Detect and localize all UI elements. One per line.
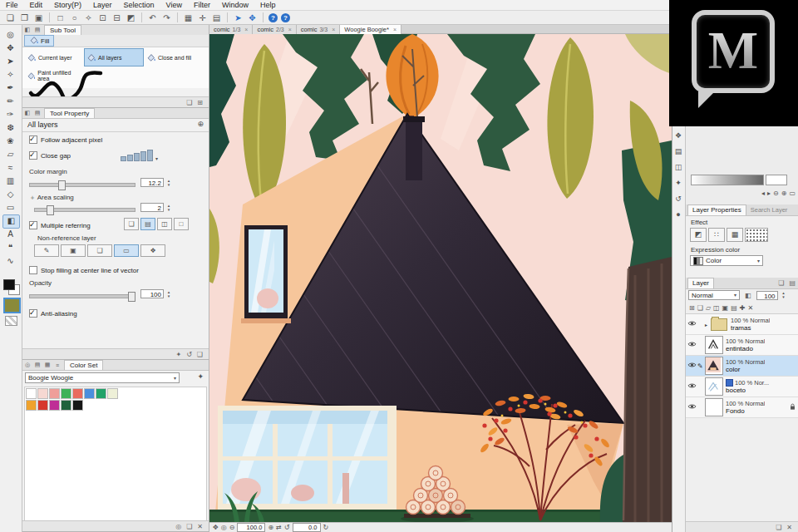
collapsed-palette-icon[interactable]: ↺ [673,194,683,204]
select-wand-icon[interactable]: ✧ [82,12,95,23]
panel-menu-icon[interactable]: ▤ [789,279,796,287]
tab-layer-properties[interactable]: Layer Properties [687,204,746,215]
deselect-icon[interactable]: ⊡ [96,12,109,23]
effect-toggle-button[interactable]: ▦ [727,228,743,242]
toggle-button[interactable]: ▣ [61,244,86,257]
tool-balloon[interactable]: ❝ [2,241,18,254]
option-close-gap[interactable]: Close gap [29,151,71,160]
panel-list-icon[interactable]: ▤ [33,27,42,33]
toggle-button[interactable]: ❏ [124,218,139,230]
color-swatch[interactable] [61,400,71,411]
panel-footer-icon[interactable]: ❏ [186,523,192,530]
toggle-button[interactable]: ❏ [87,244,112,257]
tool-fill[interactable]: ◧ [2,214,20,229]
color-wheel-tab-icon[interactable]: ◎ [23,362,32,368]
tool-figure[interactable]: ◇ [2,188,18,200]
color-set-tab-icon[interactable]: ▦ [43,362,52,368]
color-margin-slider[interactable] [29,183,135,187]
layer-visibility-icon[interactable] [686,382,697,391]
layer-row-tramas[interactable]: ▸100 %Normaltramas [686,314,798,335]
select-ellipse-icon[interactable]: ○ [68,12,81,23]
layer-opacity-value[interactable]: 100 [756,291,778,300]
layer-thumbnail[interactable] [705,398,723,416]
menu-layer[interactable]: Layer [87,1,118,9]
opacity-stepper[interactable]: ▴▾ [165,289,172,299]
panel-footer-icon[interactable]: ✕ [786,524,792,531]
checkbox-checked[interactable] [29,309,37,318]
subtool-item-current-layer[interactable]: Current layer [24,48,84,66]
panel-footer-icon[interactable]: ✦ [175,351,181,358]
color-swatch[interactable] [49,388,60,399]
zoom-icon[interactable]: ◎ [221,524,227,531]
pan-icon[interactable]: ✥ [213,524,219,531]
menu-selection[interactable]: Selection [118,1,160,9]
opacity-value[interactable]: 100 [140,289,164,298]
panel-footer-icon[interactable]: ◎ [175,523,181,530]
color-swatch[interactable] [49,400,60,411]
navigator-icon[interactable]: ◂ [761,190,765,197]
slider-thumb[interactable] [128,292,135,302]
panel-footer-icon[interactable]: ❏ [776,524,781,531]
zoom-value[interactable]: 100.0 [237,523,265,532]
layer-thumbnail[interactable] [705,377,723,396]
subtool-item-close-and-fill[interactable]: Close and fill [144,48,204,66]
menu-edit[interactable]: Edit [24,1,49,9]
undo-icon[interactable]: ↶ [146,12,159,23]
panel-menu-icon[interactable]: ◧ [23,110,32,116]
layer-row-color[interactable]: ✎100 %Normalcolor [686,356,798,377]
layer-row-Fondo[interactable]: 100 %NormalFondo [686,397,798,418]
layer-command-icon[interactable]: ▤ [731,304,737,312]
tool-text[interactable]: A [2,228,18,240]
tool-move[interactable]: ✥ [2,42,18,54]
tool-zoom[interactable]: ◎ [2,28,18,41]
color-swatch[interactable] [61,388,71,399]
expand-folder-icon[interactable]: ▸ [705,322,711,328]
area-scaling-value[interactable]: 2 [140,203,164,212]
layer-command-icon[interactable]: ⊞ [689,304,695,312]
canvas-tab[interactable]: comic2/3× [253,25,296,34]
subtool-item-all-layers[interactable]: All layers [84,48,144,66]
navigator-icon[interactable]: ⊕ [781,190,787,197]
panel-footer-icon[interactable]: ↺ [186,351,192,358]
layer-visibility-icon[interactable] [686,403,697,411]
effect-toggle-button[interactable]: ◩ [690,228,707,242]
toggle-button[interactable]: ❖ [140,244,165,257]
tool-pen[interactable]: ✒ [2,81,18,94]
toggle-button[interactable]: □ [174,218,189,230]
select-rect-icon[interactable]: □ [54,12,66,23]
layer-thumbnail[interactable] [705,357,723,375]
collapsed-palette-icon[interactable]: ◫ [673,162,683,172]
tool-blend[interactable]: ≈ [2,161,18,174]
menu-file[interactable]: File [0,1,24,9]
tone-value-box[interactable] [766,175,787,185]
tool-line-correction[interactable]: ∿ [2,254,18,267]
area-scaling-slider[interactable] [34,208,135,212]
area-scaling-stepper[interactable]: ▴▾ [165,203,172,213]
canvas-tab[interactable]: comic3/3× [297,25,340,34]
color-margin-value[interactable]: 12.2 [140,178,164,187]
slider-thumb[interactable] [58,180,66,190]
color-swatch[interactable] [37,400,48,411]
tool-decoration[interactable]: ❀ [2,135,18,147]
checkbox-checked[interactable] [29,221,37,229]
tab-search-layer[interactable]: Search Layer [746,206,792,214]
layer-visibility-icon[interactable] [686,362,697,370]
toggle-button[interactable]: ✎ [34,244,59,257]
layer-opacity-stepper[interactable]: ▴▾ [781,290,787,300]
foreground-color-chip[interactable] [3,279,15,290]
tab-layer[interactable]: Layer [687,278,714,288]
color-history-tab-icon[interactable]: ≡ [53,362,62,368]
panel-footer-icon[interactable]: ⊞ [197,99,203,106]
tone-gradient-bar[interactable] [691,175,764,185]
close-gap-level-widget[interactable]: ▾ [121,150,158,161]
toggle-button[interactable]: ◫ [157,218,172,230]
workspace-pointer-icon[interactable]: ➤ [232,12,244,23]
save-file-icon[interactable]: ▣ [32,12,45,23]
expression-color-dropdown[interactable]: Color ▾ [690,255,763,266]
canvas-tab[interactable]: Woogie Boogie*× [340,25,401,34]
panel-page-icon[interactable]: ❏ [778,279,784,287]
option-anti-aliasing[interactable]: Anti-aliasing [29,309,77,318]
toggle-button[interactable]: ▤ [140,218,155,230]
tool-eyedropper[interactable]: ✧ [2,68,18,81]
canvas-artwork[interactable] [209,34,672,522]
